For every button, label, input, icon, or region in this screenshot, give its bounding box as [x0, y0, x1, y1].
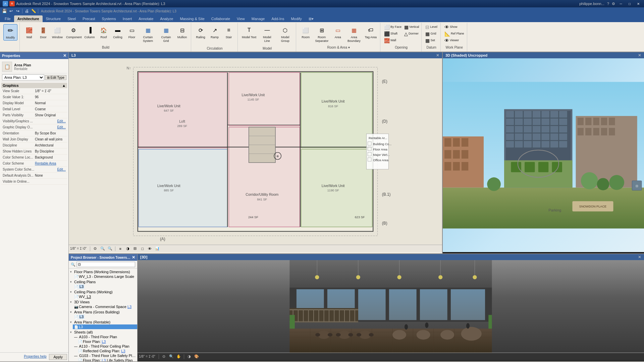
window-button[interactable]: ⬜ Window [51, 24, 64, 40]
tab-systems[interactable]: Systems [99, 15, 119, 22]
vtb-thin-lines[interactable]: ≡ [117, 246, 123, 252]
pb-area-gross-header[interactable]: ▾ Area Plans (Gross Building) [69, 310, 137, 314]
tab-analyze[interactable]: Analyze [157, 15, 176, 22]
vtb-temporary-hide[interactable]: 👁 [147, 246, 153, 252]
vtb-shadows[interactable]: ◑ [125, 246, 131, 252]
pb-group-floor-plans-working-header[interactable]: ▾ Floor Plans (Working Dimensions) [69, 269, 137, 274]
tab-addins[interactable]: Add-Ins [268, 15, 288, 22]
tab-massing[interactable]: Massing & Site [176, 15, 208, 22]
by-face-button[interactable]: ⬜ By Face [383, 24, 402, 30]
tab-insert[interactable]: Insert [119, 15, 136, 22]
maximize-button[interactable]: □ [627, 1, 633, 6]
view-3d-bottom-close[interactable]: ✕ [638, 255, 641, 259]
pb-3d-header[interactable]: ▾ 3D Views [69, 300, 137, 304]
edit-type-button[interactable]: ⊞ Edit Type [45, 75, 66, 80]
door-button[interactable]: 🚪 Door [37, 24, 50, 40]
vtb-3d-render[interactable]: 🎨 [194, 354, 200, 360]
stair-button[interactable]: ≡ Stair [222, 24, 235, 40]
component-button[interactable]: ⚙ Component [65, 24, 82, 40]
grid-button[interactable]: ▦ Grid [424, 31, 437, 37]
interior-view-canvas[interactable] [138, 260, 644, 353]
ramp-button[interactable]: ↗ Ramp [208, 24, 221, 40]
tab-collaborate[interactable]: Collaborate [208, 15, 233, 22]
pb-item-ceiling-l3[interactable]: 📄L3 [73, 284, 137, 289]
app-icon-a[interactable]: A [3, 1, 8, 6]
set-button[interactable]: ▦ Set [424, 38, 436, 44]
tag-area-button[interactable]: 🏷 Tag Area [363, 24, 378, 40]
vtb-crop[interactable]: ⊟ [132, 246, 138, 252]
vtb-3d-shadows[interactable]: ◑ [186, 354, 192, 360]
view-3d-content[interactable]: SNOWDON PLACE Parking ⊡ [443, 58, 644, 252]
pb-close-icon[interactable]: ✕ [132, 255, 135, 260]
pb-item-g103-floor[interactable]: 📄Floor Plan: L3 Life Safety Plan [77, 358, 137, 361]
viewer-button[interactable]: 👁 Viewer [443, 38, 460, 44]
view-3d-close[interactable]: ✕ [638, 53, 641, 58]
curtain-grid-button[interactable]: ▦ Curtain Grid [157, 24, 175, 44]
pb-sheets-header[interactable]: ▾ Sheets (all) [69, 330, 137, 335]
room-button[interactable]: ⬜ Room [299, 24, 312, 40]
measure-button[interactable]: 📏 [31, 8, 37, 14]
show-button[interactable]: 👁 Show [443, 24, 459, 30]
floorplan-canvas[interactable]: Live/Work Unit 647 SF Live/Work Unit 114… [69, 58, 442, 245]
room-separator-button[interactable]: ⊞ Room Separator [313, 24, 330, 44]
save-button[interactable]: 💾 [1, 8, 7, 14]
vtb-zoom-fit[interactable]: ⊙ [92, 246, 98, 252]
model-text-button[interactable]: T Model Text [240, 24, 258, 40]
dormer-button[interactable]: △ Dormer [403, 31, 420, 37]
pb-ceiling-working-header[interactable]: ▾ Ceiling Plans (Working) [69, 290, 137, 294]
properties-close-icon[interactable]: ✕ [63, 53, 66, 58]
pb-item-a110-ceiling[interactable]: 📄Reflected Ceiling Plan: L3 [77, 349, 137, 353]
properties-help-link[interactable]: Properties help [22, 354, 48, 360]
tab-view[interactable]: View [233, 15, 248, 22]
pb-item-area-gross-l3[interactable]: 📄L3 [73, 314, 137, 319]
vtb-3d-pan[interactable]: ✋ [176, 354, 182, 360]
tab-modify[interactable]: Modify [287, 15, 305, 22]
wall-opening-button[interactable]: 🧱 Wall [383, 38, 397, 44]
curtain-system-button[interactable]: ▦ Curtain System [139, 24, 157, 44]
pb-area-rentable-header[interactable]: ▾ Area Plans (Rentable) [69, 320, 137, 324]
pb-ceiling-header[interactable]: ▾ Ceiling Plans [69, 280, 137, 284]
undo-button[interactable]: ↩ [8, 8, 14, 14]
minimize-button[interactable]: ─ [618, 1, 624, 6]
wall-button[interactable]: 🧱 Wall [22, 24, 36, 40]
area-button[interactable]: ▭ Area [331, 24, 344, 40]
pb-item-a103[interactable]: — A103 - Third Floor Plan [73, 335, 137, 339]
vtb-analysis[interactable]: 📊 [154, 246, 160, 252]
vtb-zoom-in[interactable]: 🔍 [100, 246, 106, 252]
column-button[interactable]: ▐ Column [83, 24, 96, 40]
vtb-3d-orbit[interactable]: ⊙ [161, 354, 167, 360]
model-group-button[interactable]: ⬡ Model Group [276, 24, 294, 44]
pb-item-area-rentable-l3[interactable]: 📄L3 [73, 324, 137, 329]
graphics-section-header[interactable]: Graphics ▲ [1, 83, 67, 88]
view-l3-close[interactable]: ✕ [436, 53, 439, 58]
tab-manage[interactable]: Manage [248, 15, 268, 22]
vtb-3d-zoom[interactable]: 🔍 [168, 354, 174, 360]
tab-precast[interactable]: Precast [79, 15, 98, 22]
pb-search-input[interactable] [76, 262, 135, 267]
pb-item-a110[interactable]: — A110 - Third Floor Ceiling Plan [73, 344, 137, 349]
tab-structure[interactable]: Structure [43, 15, 64, 22]
level-button[interactable]: ⊟ Level [424, 24, 438, 30]
tab-steel[interactable]: Steel [64, 15, 79, 22]
pb-item-a103-floor[interactable]: 📄Floor Plan: L3 [77, 339, 137, 344]
modify-button[interactable]: ✏ Modify [3, 24, 17, 41]
redo-button[interactable]: ↪ [15, 8, 21, 14]
mullion-button[interactable]: ⊟ Mullion [175, 24, 189, 40]
vtb-hide-crop[interactable]: □ [140, 246, 146, 252]
ref-plane-button[interactable]: 📐 Ref Plane [443, 31, 465, 37]
tab-annotate[interactable]: Annotate [135, 15, 157, 22]
shaft-button[interactable]: ⬛ Shaft [383, 31, 398, 37]
vtb-zoom-out[interactable]: 🔍 [107, 246, 113, 252]
app-icon-r[interactable]: R [9, 1, 15, 6]
vertical-button[interactable]: ▦ Vertical [403, 24, 420, 30]
pb-item-wvl3-ceiling[interactable]: 📄WV_L3 [73, 294, 137, 299]
close-button[interactable]: ✕ [635, 1, 641, 6]
tab-architecture[interactable]: Architecture [14, 15, 43, 22]
settings-icon[interactable]: ⚙ [612, 2, 615, 6]
ceiling-button[interactable]: ▬ Ceiling [111, 24, 124, 40]
tab-contextual[interactable]: ⊞▾ [305, 15, 317, 22]
graphic-display-edit[interactable]: Edit... [57, 125, 66, 129]
apply-button[interactable]: Apply [49, 354, 67, 360]
print-button[interactable]: 🖨 [24, 8, 30, 14]
tab-file[interactable]: File [1, 15, 14, 22]
